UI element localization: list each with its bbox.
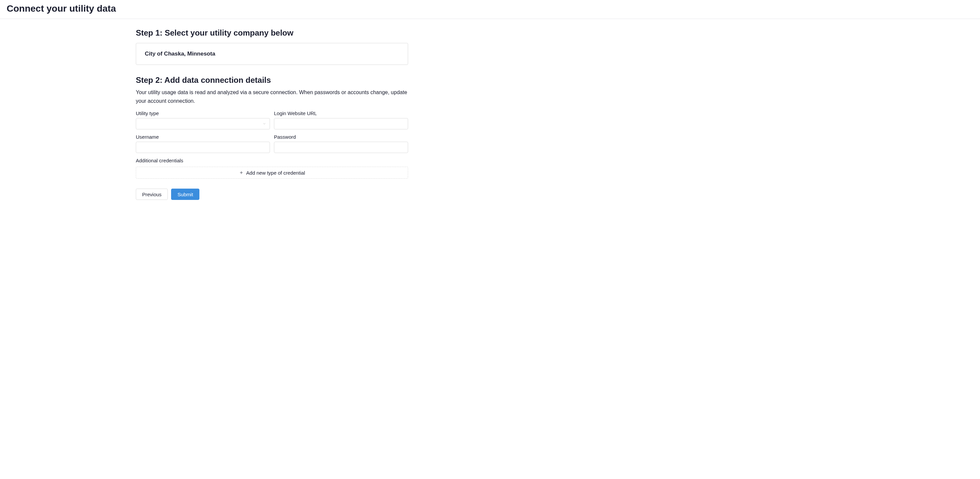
username-field: Username [136,134,270,153]
button-row: Previous Submit [136,189,408,200]
username-label: Username [136,134,270,140]
previous-button[interactable]: Previous [136,189,168,200]
submit-button[interactable]: Submit [171,189,199,200]
password-label: Password [274,134,408,140]
form-row-2: Username Password [136,134,408,153]
page-header: Connect your utility data [0,0,980,19]
additional-credentials-label: Additional credentials [136,158,408,163]
selected-company-label: City of Chaska, Minnesota [145,51,215,57]
utility-type-label: Utility type [136,110,270,116]
login-url-label: Login Website URL [274,110,408,116]
password-input[interactable] [274,142,408,153]
utility-type-field: Utility type [136,110,270,129]
add-credential-label: Add new type of credential [247,170,305,176]
utility-company-select[interactable]: City of Chaska, Minnesota [136,43,408,65]
plus-icon [239,170,243,175]
form-row-1: Utility type Login Website URL [136,110,408,129]
password-field: Password [274,134,408,153]
username-input[interactable] [136,142,270,153]
login-url-input[interactable] [274,118,408,129]
chevron-down-icon [262,122,266,126]
login-url-field: Login Website URL [274,110,408,129]
step1-title: Step 1: Select your utility company belo… [136,28,408,38]
step2-description: Your utility usage data is read and anal… [136,88,408,105]
utility-type-select[interactable] [136,118,270,129]
add-credential-button[interactable]: Add new type of credential [136,167,408,179]
step2-title: Step 2: Add data connection details [136,76,408,85]
page-title: Connect your utility data [7,3,973,14]
form-container: Step 1: Select your utility company belo… [136,19,408,200]
